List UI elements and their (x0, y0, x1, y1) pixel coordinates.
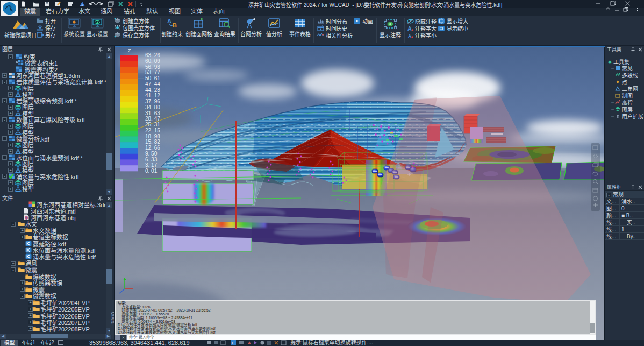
svg-text:41. 12: 41. 12 (145, 93, 160, 98)
svg-text:L: L (232, 341, 234, 345)
svg-text:63. 26: 63. 26 (145, 52, 160, 58)
svg-text:37. 96: 37. 96 (145, 98, 160, 104)
svg-text:44. 28: 44. 28 (145, 87, 160, 93)
svg-text:A: A (407, 25, 412, 31)
svg-text:60. 09: 60. 09 (145, 58, 160, 64)
svg-text:3. 17: 3. 17 (145, 162, 158, 168)
svg-text:50. 61: 50. 61 (145, 75, 160, 81)
svg-text:18. 98: 18. 98 (145, 133, 160, 139)
svg-text:34. 80: 34. 80 (145, 104, 160, 110)
svg-text:56. 93: 56. 93 (145, 64, 160, 70)
svg-text:A: A (167, 18, 171, 24)
svg-text:0. 01: 0. 01 (145, 168, 158, 174)
svg-text:53. 77: 53. 77 (145, 69, 160, 75)
svg-text:A: A (408, 33, 411, 39)
svg-text:B: B (173, 22, 177, 29)
svg-text:25. 31: 25. 31 (145, 122, 160, 128)
svg-text:12. 66: 12. 66 (145, 145, 160, 151)
svg-text:22. 15: 22. 15 (145, 128, 160, 133)
svg-text:6. 33: 6. 33 (145, 157, 158, 163)
svg-text:Z: Z (128, 48, 131, 53)
svg-text:15. 82: 15. 82 (145, 139, 160, 145)
svg-text:31. 63: 31. 63 (145, 110, 160, 116)
svg-text:9. 50: 9. 50 (145, 151, 158, 157)
svg-text:47. 44: 47. 44 (145, 81, 160, 87)
svg-text:28. 47: 28. 47 (145, 116, 160, 122)
